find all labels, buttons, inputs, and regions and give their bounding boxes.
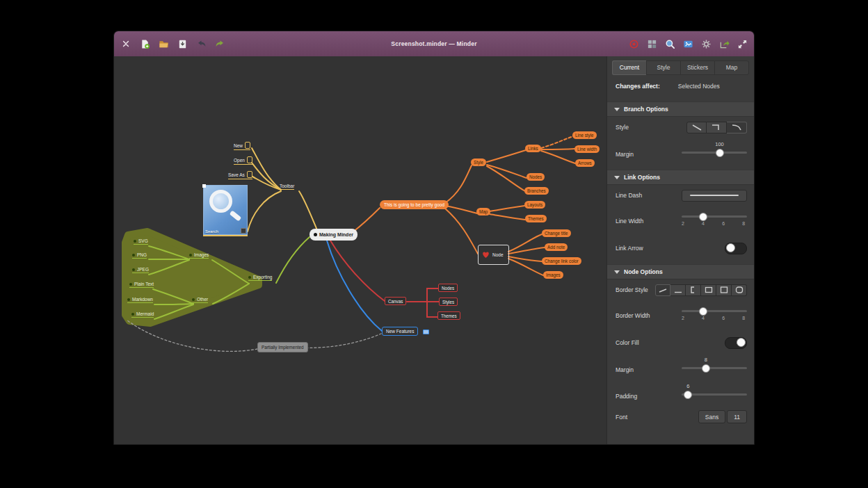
node-pretty-good[interactable]: This is going to be pretty good bbox=[380, 200, 449, 209]
titlebar[interactable]: Screenshot.minder — Minder bbox=[114, 31, 754, 56]
border-underline-button[interactable] bbox=[670, 284, 686, 296]
slider-track[interactable] bbox=[682, 310, 747, 312]
node-toolbar[interactable]: Toolbar bbox=[280, 184, 294, 190]
node-padding-slider[interactable]: 6 bbox=[682, 384, 747, 402]
link-style-squared-button[interactable] bbox=[707, 122, 727, 133]
font-family-button[interactable]: Sans bbox=[698, 410, 725, 423]
border-box-button[interactable] bbox=[701, 284, 716, 296]
open-folder-icon[interactable] bbox=[158, 38, 169, 49]
node-jpeg[interactable]: JPEG bbox=[132, 267, 149, 273]
node-new-features[interactable]: New Features bbox=[382, 327, 418, 336]
branch-options-header[interactable]: Branch Options bbox=[607, 101, 754, 117]
close-window-button[interactable] bbox=[120, 38, 131, 49]
toggle-knob[interactable] bbox=[726, 243, 735, 252]
branch-options-title: Branch Options bbox=[624, 106, 668, 113]
node-open[interactable]: Open bbox=[234, 156, 252, 165]
node-line-width[interactable]: Line width bbox=[574, 145, 600, 153]
node-layouts[interactable]: Layouts bbox=[524, 201, 545, 209]
border-none-button[interactable] bbox=[655, 284, 670, 296]
focus-mode-icon[interactable] bbox=[628, 38, 639, 49]
changes-affect-label: Changes affect: bbox=[616, 83, 660, 90]
changes-affect-value[interactable]: Selected Nodes bbox=[678, 83, 720, 90]
font-size-button[interactable]: 11 bbox=[727, 410, 747, 423]
link-style-curved-button[interactable] bbox=[727, 122, 747, 133]
node-exporting[interactable]: Exporting bbox=[248, 275, 272, 281]
node-add-note[interactable]: Add note bbox=[545, 243, 568, 251]
node-other[interactable]: Other bbox=[192, 297, 208, 303]
link-options-header[interactable]: Link Options bbox=[607, 170, 754, 185]
task-dot-icon bbox=[189, 254, 192, 257]
slider-track[interactable] bbox=[682, 367, 747, 369]
node-heart[interactable]: Node bbox=[478, 245, 509, 265]
color-fill-toggle[interactable] bbox=[725, 337, 747, 349]
slider-knob[interactable] bbox=[684, 391, 692, 399]
zoom-search-icon[interactable] bbox=[664, 38, 675, 49]
note-indicator-icon[interactable] bbox=[423, 330, 429, 334]
mindmap-canvas[interactable]: Making Minder Toolbar New Open Save As S… bbox=[114, 56, 606, 444]
node-branches[interactable]: Branches bbox=[524, 187, 549, 195]
node-options-header[interactable]: Node Options bbox=[607, 264, 754, 279]
slider-knob[interactable] bbox=[699, 213, 707, 221]
tab-map[interactable]: Map bbox=[714, 60, 749, 75]
node-markdown[interactable]: Markdown bbox=[127, 297, 153, 303]
branch-margin-slider[interactable]: 100 bbox=[682, 142, 747, 160]
task-dot-icon bbox=[132, 254, 135, 257]
slider-track[interactable] bbox=[682, 215, 747, 218]
callout-partially-implemented[interactable]: Partially Implemented bbox=[257, 342, 308, 352]
undo-icon[interactable] bbox=[195, 38, 207, 49]
collapse-arrow-icon bbox=[614, 270, 620, 274]
node-plain-text[interactable]: Plain Text bbox=[129, 282, 154, 288]
node-styles-red[interactable]: Styles bbox=[439, 298, 458, 306]
link-arrow-toggle[interactable] bbox=[725, 243, 747, 254]
node-images-orange[interactable]: Images bbox=[543, 271, 563, 279]
tab-style[interactable]: Style bbox=[646, 60, 680, 75]
node-themes[interactable]: Themes bbox=[525, 215, 547, 222]
tab-stickers[interactable]: Stickers bbox=[680, 60, 714, 75]
selection-handle[interactable] bbox=[202, 184, 206, 188]
export-image-icon[interactable] bbox=[682, 38, 693, 49]
slider-knob[interactable] bbox=[716, 149, 724, 157]
node-links[interactable]: Links bbox=[525, 145, 541, 152]
border-rounded-button[interactable] bbox=[732, 284, 747, 296]
border-width-slider[interactable]: 2 4 6 8 bbox=[682, 307, 747, 324]
board-grid-icon[interactable] bbox=[646, 38, 657, 49]
task-dot-icon bbox=[134, 240, 136, 243]
redo-icon[interactable] bbox=[214, 38, 225, 49]
export-share-icon[interactable] bbox=[718, 38, 730, 49]
new-document-icon[interactable] bbox=[139, 38, 150, 49]
settings-gear-icon[interactable] bbox=[700, 38, 712, 49]
node-search-image[interactable]: Search bbox=[203, 185, 248, 236]
node-nodes-red[interactable]: Nodes bbox=[438, 284, 458, 292]
line-dash-button[interactable] bbox=[682, 190, 747, 202]
node-save-as[interactable]: Save As bbox=[228, 171, 252, 179]
node-map[interactable]: Map bbox=[476, 208, 490, 215]
slider-knob[interactable] bbox=[699, 307, 707, 316]
node-change-title[interactable]: Change title bbox=[542, 229, 571, 237]
node-new[interactable]: New bbox=[234, 142, 250, 150]
node-root[interactable]: Making Minder bbox=[310, 229, 357, 241]
line-width-slider[interactable]: 2 4 6 8 bbox=[682, 213, 747, 229]
task-dot-icon bbox=[192, 298, 195, 301]
save-document-icon[interactable] bbox=[177, 38, 188, 49]
link-style-straight-button[interactable] bbox=[686, 122, 707, 133]
node-canvas[interactable]: Canvas bbox=[385, 297, 406, 305]
fullscreen-icon[interactable] bbox=[737, 38, 748, 49]
node-margin-slider[interactable]: 8 bbox=[682, 357, 747, 375]
border-square-button[interactable] bbox=[716, 284, 732, 296]
node-svg[interactable]: SVG bbox=[134, 238, 148, 245]
border-bracket-button[interactable] bbox=[686, 284, 701, 296]
toggle-knob[interactable] bbox=[737, 338, 746, 347]
slider-track[interactable] bbox=[682, 152, 747, 154]
node-change-link-color[interactable]: Change link color bbox=[542, 257, 581, 265]
slider-knob[interactable] bbox=[702, 364, 710, 373]
node-arrows[interactable]: Arrows bbox=[575, 159, 595, 167]
node-png[interactable]: PNG bbox=[132, 252, 147, 259]
node-nodes[interactable]: Nodes bbox=[527, 173, 545, 181]
node-themes-red[interactable]: Themes bbox=[437, 311, 460, 320]
node-line-style[interactable]: Line style bbox=[572, 131, 597, 139]
node-mermaid[interactable]: Mermaid bbox=[131, 311, 154, 318]
tab-current[interactable]: Current bbox=[612, 60, 646, 75]
node-style[interactable]: Style bbox=[471, 158, 486, 166]
image-resize-icon[interactable] bbox=[241, 228, 246, 234]
node-images-green[interactable]: Images bbox=[189, 252, 209, 259]
